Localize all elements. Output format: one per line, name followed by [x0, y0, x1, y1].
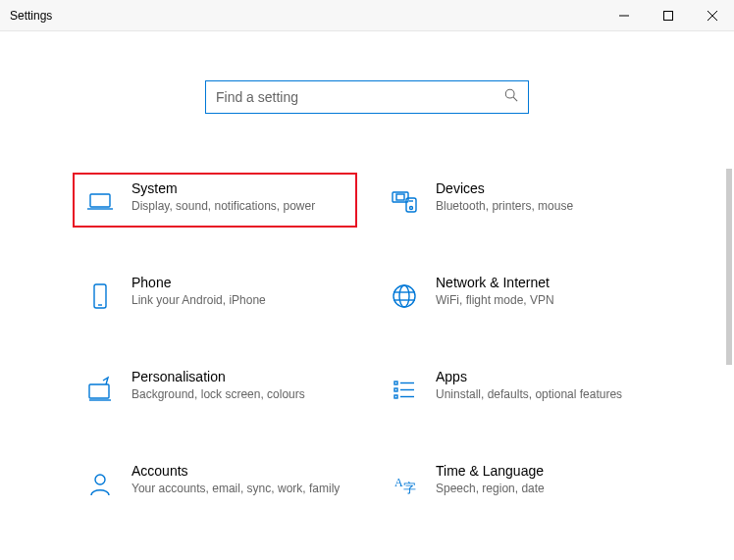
paintbrush-icon [82, 373, 118, 408]
laptop-icon [82, 184, 118, 220]
svg-text:字: 字 [403, 481, 416, 495]
svg-point-15 [393, 285, 415, 307]
tile-title: Apps [436, 369, 652, 384]
scrollbar-thumb[interactable] [726, 169, 732, 365]
tile-desc: Background, lock screen, colours [131, 386, 347, 402]
search-input[interactable] [216, 89, 504, 105]
svg-rect-6 [90, 194, 110, 207]
phone-icon [82, 279, 118, 314]
globe-icon [387, 279, 422, 314]
svg-point-16 [399, 285, 409, 307]
devices-icon [387, 184, 422, 220]
apps-list-icon [387, 373, 422, 408]
svg-rect-1 [663, 11, 672, 20]
tile-accounts[interactable]: Accounts Your accounts, email, sync, wor… [73, 455, 357, 510]
svg-point-11 [410, 207, 413, 210]
search-box[interactable] [205, 80, 529, 114]
tile-personalisation[interactable]: Personalisation Background, lock screen,… [73, 361, 357, 416]
maximize-button[interactable] [646, 0, 690, 31]
tile-time-language[interactable]: A字 Time & Language Speech, region, date [377, 455, 661, 510]
tile-desc: Speech, region, date [436, 481, 652, 496]
search-wrap [0, 80, 734, 114]
svg-rect-19 [89, 384, 109, 398]
tile-title: Personalisation [131, 369, 347, 384]
svg-rect-23 [394, 388, 397, 391]
svg-rect-9 [396, 194, 404, 200]
person-icon [82, 467, 118, 502]
tile-title: Phone [131, 275, 347, 290]
language-icon: A字 [387, 467, 422, 502]
titlebar: Settings [0, 0, 734, 31]
svg-point-4 [505, 89, 514, 98]
search-icon [504, 88, 518, 106]
window-title: Settings [10, 9, 52, 23]
content-area: System Display, sound, notifications, po… [0, 31, 734, 560]
minimize-button[interactable] [602, 0, 646, 31]
tile-title: Devices [436, 180, 652, 196]
tile-devices[interactable]: Devices Bluetooth, printers, mouse [377, 173, 661, 228]
tile-apps[interactable]: Apps Uninstall, defaults, optional featu… [377, 361, 661, 416]
scrollbar[interactable] [722, 129, 732, 541]
tile-title: System [131, 180, 347, 196]
tile-desc: Display, sound, notifications, power [131, 198, 347, 214]
tile-title: Network & Internet [436, 275, 652, 290]
tile-desc: Your accounts, email, sync, work, family [131, 481, 347, 496]
tile-system[interactable]: System Display, sound, notifications, po… [73, 173, 357, 228]
settings-grid: System Display, sound, notifications, po… [73, 173, 661, 510]
svg-rect-21 [394, 382, 397, 384]
tile-phone[interactable]: Phone Link your Android, iPhone [73, 267, 357, 322]
tile-title: Accounts [131, 463, 347, 479]
tile-desc: Bluetooth, printers, mouse [436, 198, 652, 214]
tile-desc: Link your Android, iPhone [131, 292, 347, 308]
close-button[interactable] [690, 0, 734, 31]
tile-network[interactable]: Network & Internet WiFi, flight mode, VP… [377, 267, 661, 322]
svg-line-5 [513, 97, 517, 101]
tile-title: Time & Language [436, 463, 652, 479]
window-controls [602, 0, 734, 31]
tile-desc: WiFi, flight mode, VPN [436, 292, 652, 308]
tile-desc: Uninstall, defaults, optional features [436, 386, 652, 402]
svg-point-27 [95, 475, 105, 484]
svg-text:A: A [394, 476, 403, 489]
svg-rect-25 [394, 395, 397, 398]
